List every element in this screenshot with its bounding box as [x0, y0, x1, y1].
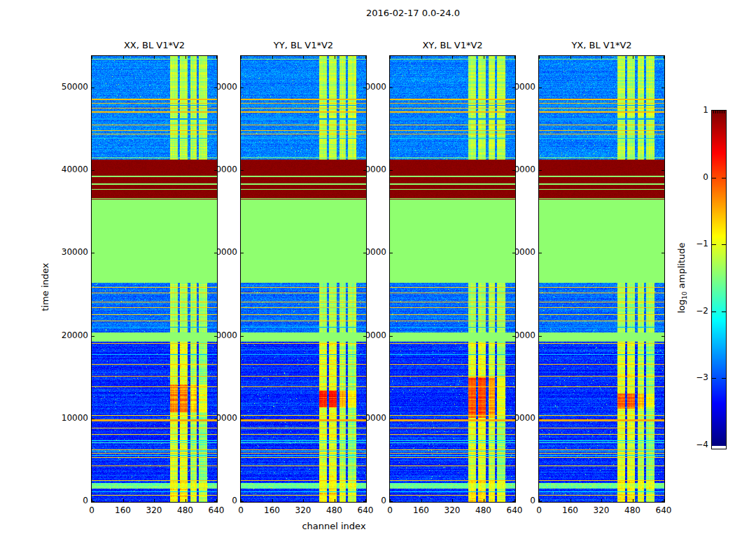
x-tick-label: 640: [656, 505, 672, 515]
heatmap-axes: [538, 55, 665, 503]
colorbar-tick-label: −2: [680, 306, 708, 316]
y-tick-label: 10000: [53, 413, 88, 423]
panel-title: YX, BL V1*V2: [571, 40, 631, 50]
colorbar-tick-label: −1: [680, 239, 708, 248]
figure-title: 2016-02-17 0.0-24.0: [366, 8, 460, 18]
x-tick-label: 320: [146, 505, 162, 515]
x-tick-label: 0: [89, 505, 94, 515]
y-tick-label: 50000: [53, 82, 88, 92]
x-tick-label: 480: [177, 505, 193, 515]
heatmap-axes: [91, 55, 218, 503]
heatmap-axes: [389, 55, 516, 503]
y-tick-label: 30000: [53, 247, 88, 257]
x-tick-label: 0: [387, 505, 393, 515]
x-tick-label: 640: [209, 505, 225, 515]
y-tick-label: 20000: [53, 330, 88, 340]
colorbar-label: log10 amplitude: [676, 242, 688, 313]
x-tick-label: 320: [444, 505, 461, 515]
x-tick-label: 640: [358, 505, 374, 515]
x-tick-label: 0: [238, 505, 244, 515]
colorbar-tick-label: 1: [680, 105, 708, 115]
x-tick-label: 0: [536, 505, 542, 515]
heatmap-canvas-yx: [539, 56, 664, 502]
colorbar: [711, 110, 727, 449]
x-tick-label: 320: [594, 505, 610, 515]
x-tick-label: 160: [115, 505, 131, 515]
x-tick-label: 160: [413, 505, 429, 515]
panel-title: XY, BL V1*V2: [422, 40, 482, 50]
colorbar-tick-label: −4: [680, 440, 708, 449]
heatmap-canvas-xx: [92, 56, 217, 502]
heatmap-axes: [240, 55, 367, 503]
x-tick-label: 640: [507, 505, 523, 515]
colorbar-canvas: [712, 111, 726, 446]
x-tick-label: 160: [264, 505, 280, 515]
heatmap-canvas-xy: [390, 56, 515, 502]
colorbar-tick-label: 0: [680, 172, 708, 182]
panel-title: YY, BL V1*V2: [274, 40, 333, 50]
colorbar-label-suffix: amplitude: [676, 242, 687, 291]
x-tick-label: 480: [475, 505, 491, 515]
x-tick-label: 480: [624, 505, 640, 515]
colorbar-label-subscript: 10: [681, 291, 688, 299]
heatmap-canvas-yy: [241, 56, 366, 502]
waterfall-figure: 2016-02-17 0.0-24.0 time index channel i…: [0, 0, 735, 560]
panel-title: XX, BL V1*V2: [124, 40, 185, 50]
x-tick-label: 160: [562, 505, 578, 515]
x-tick-label: 320: [295, 505, 312, 515]
x-axis-label: channel index: [302, 521, 365, 531]
x-tick-label: 480: [326, 505, 342, 515]
y-tick-label: 40000: [53, 164, 88, 174]
y-tick-label: 0: [53, 496, 88, 505]
y-axis-label: time index: [40, 262, 50, 311]
colorbar-tick-label: −3: [680, 372, 708, 382]
